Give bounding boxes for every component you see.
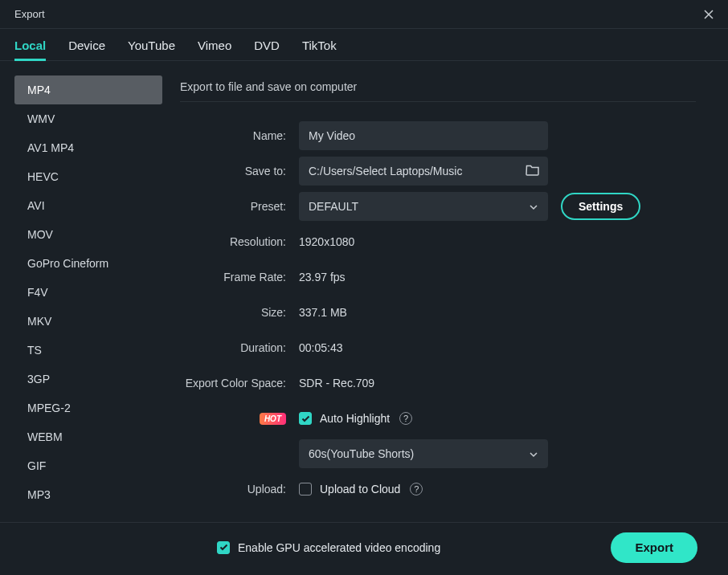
footer: Enable GPU accelerated video encoding Ex… — [0, 522, 728, 572]
value-color-space: SDR - Rec.709 — [299, 377, 374, 389]
gpu-checkbox[interactable] — [217, 541, 230, 554]
format-item-mpeg2[interactable]: MPEG-2 — [14, 394, 162, 422]
main-panel: Export to file and save on computer Name… — [174, 61, 728, 522]
tab-youtube[interactable]: YouTube — [128, 39, 175, 60]
window-title: Export — [14, 8, 45, 20]
format-item-mov[interactable]: MOV — [14, 220, 162, 249]
preset-value: DEFAULT — [309, 200, 358, 213]
tab-tiktok[interactable]: TikTok — [302, 39, 337, 60]
chevron-down-icon — [529, 200, 538, 213]
value-duration: 00:05:43 — [299, 341, 343, 354]
label-preset: Preset: — [180, 200, 299, 213]
highlight-preset-select[interactable]: 60s(YouTube Shorts) — [299, 439, 548, 468]
label-resolution: Resolution: — [180, 235, 299, 248]
label-color-space: Export Color Space: — [180, 377, 299, 389]
value-resolution: 1920x1080 — [299, 235, 354, 248]
format-item-hevc[interactable]: HEVC — [14, 162, 162, 191]
tab-vimeo[interactable]: Vimeo — [198, 39, 231, 60]
format-item-webm[interactable]: WEBM — [14, 422, 162, 451]
name-input[interactable] — [299, 121, 548, 150]
tab-dvd[interactable]: DVD — [254, 39, 280, 60]
value-size: 337.1 MB — [299, 306, 347, 319]
label-duration: Duration: — [180, 341, 299, 354]
highlight-preset-value: 60s(YouTube Shorts) — [309, 447, 414, 460]
value-frame-rate: 23.97 fps — [299, 271, 346, 283]
tab-local[interactable]: Local — [14, 39, 46, 60]
format-item-f4v[interactable]: F4V — [14, 278, 162, 307]
format-item-mp4[interactable]: MP4 — [14, 75, 162, 104]
close-icon[interactable] — [701, 6, 717, 22]
format-item-mp3[interactable]: MP3 — [14, 480, 162, 509]
label-save-to: Save to: — [180, 165, 299, 177]
auto-highlight-checkbox[interactable] — [299, 412, 312, 425]
format-item-mkv[interactable]: MKV — [14, 307, 162, 336]
format-item-avi[interactable]: AVI — [14, 191, 162, 220]
hot-badge: HOT — [260, 413, 286, 425]
upload-label: Upload to Cloud — [320, 483, 400, 495]
chevron-down-icon — [529, 447, 538, 460]
tab-bar: Local Device YouTube Vimeo DVD TikTok — [0, 29, 728, 61]
titlebar: Export — [0, 0, 728, 29]
auto-highlight-label: Auto Highlight — [320, 412, 390, 425]
label-size: Size: — [180, 306, 299, 319]
label-upload: Upload: — [180, 483, 299, 495]
label-frame-rate: Frame Rate: — [180, 271, 299, 283]
format-item-gopro[interactable]: GoPro Cineform — [14, 249, 162, 278]
folder-icon[interactable] — [526, 164, 540, 179]
help-icon[interactable]: ? — [399, 412, 412, 425]
settings-button[interactable]: Settings — [561, 193, 640, 220]
export-button[interactable]: Export — [611, 532, 697, 563]
tab-device[interactable]: Device — [68, 39, 105, 60]
gpu-label: Enable GPU accelerated video encoding — [238, 541, 440, 554]
format-item-wmv[interactable]: WMV — [14, 104, 162, 133]
upload-checkbox[interactable] — [299, 483, 312, 495]
format-item-ts[interactable]: TS — [14, 336, 162, 365]
format-item-av1mp4[interactable]: AV1 MP4 — [14, 133, 162, 162]
preset-select[interactable]: DEFAULT — [299, 192, 548, 221]
label-name: Name: — [180, 129, 299, 142]
format-sidebar: MP4 WMV AV1 MP4 HEVC AVI MOV GoPro Cinef… — [0, 61, 174, 522]
format-item-gif[interactable]: GIF — [14, 451, 162, 480]
help-icon[interactable]: ? — [410, 483, 423, 495]
save-to-input[interactable] — [299, 157, 548, 186]
section-heading: Export to file and save on computer — [180, 80, 696, 102]
format-item-3gp[interactable]: 3GP — [14, 365, 162, 394]
